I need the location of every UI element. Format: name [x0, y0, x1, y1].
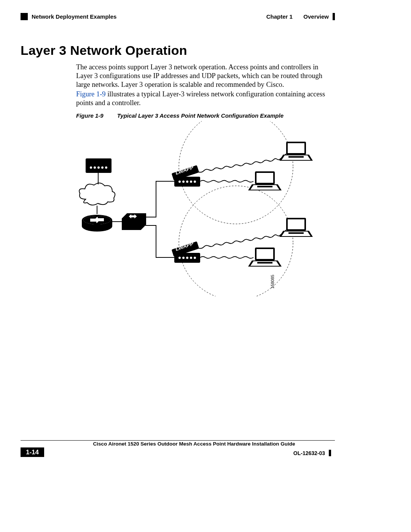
svg-rect-3	[86, 158, 112, 164]
svg-point-4	[90, 166, 92, 169]
svg-point-23	[182, 181, 185, 183]
network-diagram: LWAPP LWAPP	[76, 121, 335, 296]
svg-point-26	[194, 181, 196, 183]
svg-point-25	[190, 181, 192, 183]
svg-point-32	[190, 257, 192, 259]
svg-rect-53	[257, 262, 272, 264]
svg-point-30	[182, 257, 185, 259]
svg-rect-45	[288, 219, 304, 229]
svg-point-24	[186, 181, 188, 183]
figure-caption: Figure 1-9 Typical Layer 3 Access Point …	[76, 112, 335, 119]
header-right: Chapter 1 Overview	[266, 13, 335, 20]
svg-rect-43	[257, 186, 272, 187]
svg-point-29	[178, 257, 181, 259]
svg-point-8	[105, 166, 107, 169]
svg-point-33	[194, 257, 196, 259]
svg-point-22	[178, 181, 181, 183]
figure-reference-link[interactable]: Figure 1-9	[76, 90, 106, 98]
svg-point-6	[97, 166, 100, 169]
svg-rect-48	[288, 232, 304, 234]
footer-doc-number: OL-12632-03	[293, 450, 331, 456]
header-bar-marker	[333, 13, 335, 20]
section-label: Network Deployment Examples	[32, 13, 116, 20]
svg-rect-35	[288, 143, 304, 153]
page-number-badge: 1-14	[21, 447, 44, 457]
svg-marker-15	[122, 219, 141, 230]
paragraph-2: Figure 1-9 illustrates a typical Layer-3…	[76, 90, 335, 107]
svg-rect-50	[256, 249, 273, 259]
figure-label: Figure 1-9	[76, 112, 104, 119]
footer-rule	[21, 440, 335, 441]
paragraph-2-rest: illustrates a typical Layer-3 wireless n…	[76, 90, 325, 107]
image-id: 158085	[270, 275, 275, 289]
page-title: Layer 3 Network Operation	[21, 43, 187, 58]
svg-point-31	[186, 257, 188, 259]
footer-guide-title: Cisco Aironet 1520 Series Outdoor Mesh A…	[53, 441, 335, 447]
chapter-title: Overview	[303, 13, 329, 20]
doc-number-text: OL-12632-03	[293, 450, 325, 456]
chapter-label: Chapter 1	[266, 13, 293, 20]
header-marker-square	[21, 13, 28, 20]
svg-rect-38	[288, 156, 304, 158]
svg-point-7	[101, 166, 104, 169]
figure-title: Typical Layer 3 Access Point Network Con…	[117, 112, 284, 119]
paragraph-1: The access points support Layer 3 networ…	[76, 63, 335, 89]
footer-bar-marker	[329, 450, 331, 456]
svg-rect-40	[256, 173, 273, 183]
svg-point-5	[94, 166, 96, 169]
